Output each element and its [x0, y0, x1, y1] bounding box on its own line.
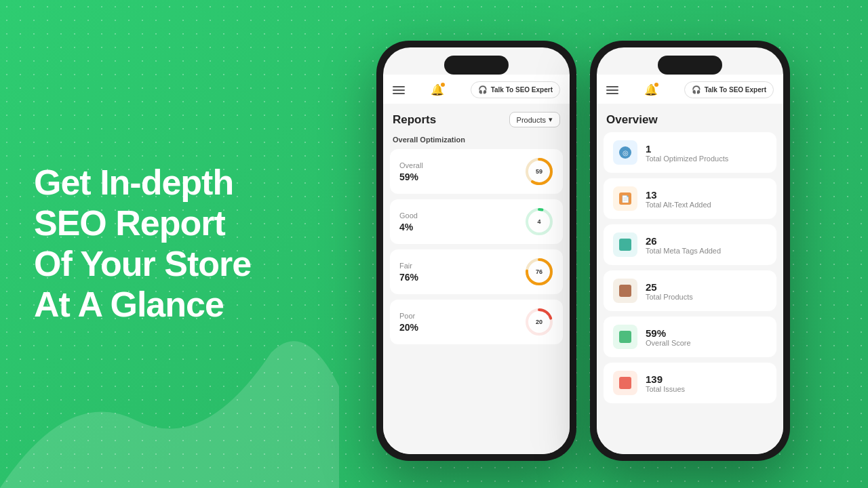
- card-label-3: Total Products: [646, 293, 693, 301]
- overview-card-1: 📄 13 Total Alt-Text Added: [604, 178, 776, 219]
- phone-2: 🔔 🎧 Talk To SEO Expert Overview ◎ 1 T: [590, 41, 790, 461]
- optimization-cards: Overall 59% 59 Good 4% 4: [383, 149, 570, 350]
- reports-title: Reports: [393, 113, 436, 127]
- overview-card-2: 26 Total Meta Tags Added: [604, 224, 776, 265]
- talk-btn-label-1: Talk To SEO Expert: [491, 86, 553, 94]
- headline-line3: Of Your Store: [34, 244, 251, 283]
- phone-1-header: 🔔 🎧 Talk To SEO Expert: [383, 75, 570, 104]
- talk-btn-1[interactable]: 🎧 Talk To SEO Expert: [471, 81, 560, 98]
- menu-icon-1[interactable]: [393, 86, 405, 94]
- card-num-3: 25: [646, 281, 693, 293]
- card-icon-5: [613, 371, 637, 395]
- card-label-1: Total Alt-Text Added: [646, 201, 711, 209]
- opt-card-poor: Poor 20% 20: [390, 300, 563, 344]
- phone-1-content: 🔔 🎧 Talk To SEO Expert Reports Products …: [383, 75, 570, 454]
- overview-card-4: 59% Overall Score: [604, 317, 776, 357]
- card-num-4: 59%: [646, 327, 691, 339]
- bell-wrap-1: 🔔: [431, 83, 444, 96]
- overall-optimization-label: Overall Optimization: [383, 133, 570, 149]
- dynamic-island-1: [444, 56, 509, 75]
- card-num-1: 13: [646, 189, 711, 201]
- card-icon-2: [613, 232, 637, 257]
- card-icon-4: [613, 325, 637, 349]
- left-section: Get In-depth SEO Report Of Your Store At…: [0, 122, 298, 365]
- reports-header: Reports Products ▾: [383, 104, 570, 133]
- opt-card-overall: Overall 59% 59: [390, 149, 563, 194]
- svg-text:📄: 📄: [621, 195, 630, 203]
- card-icon-1: 📄: [613, 186, 637, 211]
- headline-line4: At A Glance: [34, 285, 224, 324]
- overview-card-0: ◎ 1 Total Optimized Products: [604, 132, 776, 173]
- headline-line2: SEO Report: [34, 203, 225, 243]
- dynamic-island-2: [658, 56, 722, 75]
- chevron-down-icon: ▾: [549, 115, 553, 124]
- overview-card-3: 25 Total Products: [604, 270, 776, 311]
- phone-1: 🔔 🎧 Talk To SEO Expert Reports Products …: [376, 41, 576, 461]
- card-icon-3: [613, 279, 637, 303]
- svg-rect-15: [619, 377, 631, 389]
- svg-rect-12: [619, 239, 631, 251]
- svg-text:◎: ◎: [623, 149, 629, 157]
- card-label-4: Overall Score: [646, 339, 691, 347]
- opt-card-good: Good 4% 4: [390, 199, 563, 244]
- headset-icon-2: 🎧: [692, 85, 701, 94]
- phones-container: 🔔 🎧 Talk To SEO Expert Reports Products …: [298, 27, 868, 461]
- svg-rect-13: [619, 285, 631, 297]
- card-label-2: Total Meta Tags Added: [646, 247, 721, 255]
- opt-card-fair: Fair 76% 76: [390, 249, 563, 294]
- card-num-2: 26: [646, 235, 721, 247]
- overview-card-5: 139 Total Issues: [604, 363, 776, 403]
- phone-2-content: 🔔 🎧 Talk To SEO Expert Overview ◎ 1 T: [597, 75, 783, 454]
- talk-btn-2[interactable]: 🎧 Talk To SEO Expert: [684, 81, 774, 98]
- phone-2-header: 🔔 🎧 Talk To SEO Expert: [597, 75, 783, 104]
- overview-header: Overview: [597, 104, 783, 132]
- svg-rect-14: [619, 331, 631, 343]
- card-icon-0: ◎: [613, 140, 637, 165]
- headline: Get In-depth SEO Report Of Your Store At…: [34, 163, 264, 325]
- card-label-5: Total Issues: [646, 385, 685, 393]
- bell-dot-1: [441, 83, 445, 87]
- headline-line1: Get In-depth: [34, 163, 233, 202]
- bell-dot-2: [654, 83, 658, 87]
- talk-btn-label-2: Talk To SEO Expert: [705, 86, 766, 94]
- overview-cards: ◎ 1 Total Optimized Products 📄 13 Total …: [597, 132, 783, 409]
- card-num-0: 1: [646, 143, 728, 155]
- card-num-5: 139: [646, 373, 685, 385]
- headset-icon-1: 🎧: [478, 85, 488, 94]
- products-dropdown-label: Products: [517, 116, 546, 124]
- products-dropdown[interactable]: Products ▾: [509, 112, 560, 127]
- bell-wrap-2: 🔔: [644, 83, 658, 96]
- menu-icon-2[interactable]: [606, 86, 618, 94]
- card-label-0: Total Optimized Products: [646, 155, 728, 163]
